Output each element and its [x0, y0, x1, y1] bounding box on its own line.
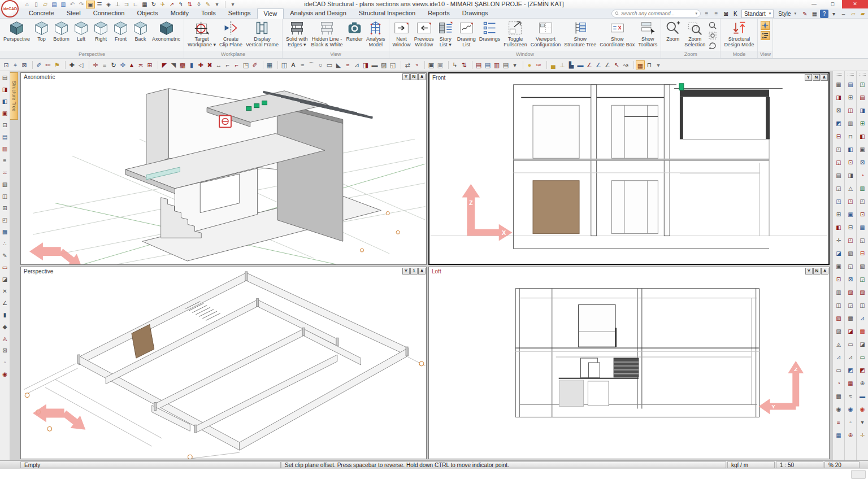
layer-list-icon[interactable]: ≡ — [702, 10, 711, 18]
right-toolbar-icon[interactable]: ⊿ — [835, 353, 843, 361]
right-toolbar-icon[interactable]: ⊕ — [858, 379, 867, 387]
right-toolbar-icon[interactable]: ▥ — [858, 184, 867, 193]
viewport-button-∧[interactable]: ∧ — [418, 73, 426, 80]
right-toolbar-icon[interactable]: ⊞ — [858, 119, 867, 128]
top-toolbar-icon[interactable]: ◱ — [388, 60, 397, 69]
left-toolbar-icon[interactable]: ∴ — [1, 239, 9, 248]
right-toolbar-icon[interactable]: ◩ — [858, 366, 867, 374]
perspective-button[interactable]: Perspective — [2, 20, 32, 42]
save-all-icon[interactable]: ▥ — [59, 1, 68, 8]
tab-settings[interactable]: Settings — [222, 8, 257, 19]
top-toolbar-icon[interactable]: ● — [525, 60, 534, 69]
right-toolbar-icon[interactable]: ⊟ — [847, 223, 855, 232]
display-button[interactable]: DisplayVertical Frame — [244, 20, 280, 47]
right-toolbar-icon[interactable]: ◩ — [835, 119, 843, 128]
viewport-button-n[interactable]: N — [813, 268, 821, 274]
top-toolbar-icon[interactable]: ▦ — [265, 60, 274, 69]
left-toolbar-icon[interactable]: ∠ — [1, 299, 9, 307]
node-icon[interactable]: ◊ — [194, 1, 203, 8]
elevation-icon[interactable]: ⇅ — [185, 1, 194, 8]
right-toolbar-icon[interactable]: ▦ — [858, 223, 867, 232]
viewport-button-1[interactable]: 1 — [410, 268, 418, 274]
right-toolbar-icon[interactable]: ⊕ — [847, 431, 855, 439]
top-toolbar-icon[interactable]: ≈ — [298, 60, 307, 69]
top-toolbar-icon[interactable]: ⇅ — [459, 60, 468, 69]
top-toolbar-icon[interactable]: ⊓ — [645, 60, 654, 69]
structural-button[interactable]: StructuralDesign Mode — [722, 20, 756, 47]
right-toolbar-icon[interactable]: ▤ — [858, 93, 867, 102]
left-toolbar-icon[interactable]: ≍ — [1, 168, 9, 177]
minimize-ribbon-icon[interactable]: – — [839, 10, 848, 18]
top-button[interactable]: Top — [32, 20, 51, 42]
right-toolbar-icon[interactable]: ◰ — [847, 236, 855, 245]
left-toolbar-icon[interactable]: ▤ — [1, 73, 9, 82]
right-toolbar-icon[interactable]: ◳ — [858, 80, 867, 89]
right-toolbar-icon[interactable]: ⊠ — [858, 158, 867, 167]
top-toolbar-icon[interactable]: ⌖ — [11, 60, 20, 69]
top-toolbar-icon[interactable]: ✚ — [67, 60, 76, 69]
top-toolbar-icon[interactable]: ▭ — [325, 60, 334, 69]
right-toolbar-icon[interactable]: ⊞ — [847, 93, 855, 102]
right-toolbar-icon[interactable]: ◲ — [835, 184, 843, 193]
right-toolbar-icon[interactable]: ▭ — [847, 340, 855, 348]
top-toolbar-icon[interactable]: ⌐ — [232, 60, 241, 69]
right-toolbar-icon[interactable]: ◫ — [847, 106, 855, 115]
home-icon[interactable]: ⌂ — [23, 1, 32, 8]
right-toolbar-icon[interactable]: ▭ — [835, 366, 843, 374]
right-toolbar-icon[interactable]: ▦ — [835, 431, 843, 439]
help-icon[interactable]: ? — [820, 10, 828, 18]
wrench-settings-icon[interactable]: K — [731, 10, 740, 18]
polyline-icon[interactable]: ↰ — [176, 1, 185, 8]
window-stack-icon[interactable]: ▰ — [858, 10, 867, 18]
left-toolbar-icon[interactable]: ▧ — [1, 180, 9, 189]
top-toolbar-icon[interactable]: ▩ — [178, 60, 187, 69]
top-toolbar-icon[interactable]: ↔ — [214, 60, 223, 69]
top-toolbar-icon[interactable]: ▬ — [576, 60, 585, 69]
right-toolbar-icon[interactable]: ▣ — [858, 145, 867, 154]
viewport-button-∧[interactable]: ∧ — [821, 268, 828, 274]
zoom-button[interactable]: ZoomSelection — [683, 20, 707, 47]
right-toolbar-icon[interactable]: ⊞ — [835, 210, 843, 219]
right-toolbar-icon[interactable]: ◱ — [835, 158, 843, 167]
left-toolbar-icon[interactable]: ✎ — [1, 251, 9, 260]
top-toolbar-icon[interactable]: ◣ — [334, 60, 343, 69]
right-toolbar-icon[interactable]: ⊟ — [835, 132, 843, 141]
top-toolbar-icon[interactable]: ▣ — [427, 60, 436, 69]
viewport-perspective[interactable]: Perspective Y1∧ — [20, 267, 427, 459]
right-toolbar-icon[interactable]: ▫ — [847, 418, 855, 426]
drawing-button[interactable]: DrawingList — [455, 20, 478, 47]
top-toolbar-icon[interactable]: ✜ — [118, 60, 127, 69]
right-toolbar-icon[interactable]: ▥ — [835, 288, 843, 297]
left-toolbar-icon[interactable]: ◉ — [1, 370, 9, 378]
viewport-button-y[interactable]: Y — [402, 73, 410, 80]
window-layout-icon[interactable]: ▱ — [849, 10, 857, 18]
next-button[interactable]: NextWindow — [391, 20, 413, 47]
top-toolbar-icon[interactable]: ⊠ — [20, 60, 29, 69]
top-toolbar-icon[interactable]: ○ — [316, 60, 325, 69]
right-toolbar-icon[interactable]: ◪ — [847, 327, 855, 336]
clip-plane-marker-icon[interactable] — [219, 116, 231, 128]
save-icon[interactable]: ▤ — [50, 1, 59, 8]
top-toolbar-icon[interactable]: ▤ — [501, 60, 510, 69]
dimension-icon[interactable]: ↗ — [167, 1, 176, 8]
top-toolbar-icon[interactable]: ▬ — [370, 60, 379, 69]
right-toolbar-icon[interactable]: ✛ — [835, 236, 843, 245]
top-toolbar-icon[interactable]: ▙ — [567, 60, 576, 69]
search-input[interactable] — [621, 11, 693, 16]
top-toolbar-icon[interactable]: ▾ — [654, 60, 663, 69]
previous-button[interactable]: PreviousWindow — [413, 20, 436, 47]
target-button[interactable]: TargetWorkplane ▾ — [186, 20, 218, 47]
top-toolbar-icon[interactable]: ◥ — [169, 60, 178, 69]
left-toolbar-icon[interactable]: ⊠ — [1, 346, 9, 355]
right-toolbar-icon[interactable]: ◧ — [847, 145, 855, 154]
search-dropdown-icon[interactable]: ▾ — [695, 11, 697, 16]
orbit-icon[interactable] — [708, 41, 717, 50]
right-toolbar-icon[interactable]: ⊡ — [835, 275, 843, 284]
viewport-button-y[interactable]: Y — [805, 74, 812, 81]
top-toolbar-icon[interactable]: ◁ — [76, 60, 85, 69]
show-button[interactable]: ShowCoordinate Box — [598, 20, 636, 47]
right-toolbar-icon[interactable]: ▥ — [847, 119, 855, 128]
undo-icon[interactable]: ↶ — [68, 1, 77, 8]
top-toolbar-icon[interactable]: ▥ — [492, 60, 501, 69]
right-toolbar-icon[interactable]: ▾ — [858, 418, 867, 426]
